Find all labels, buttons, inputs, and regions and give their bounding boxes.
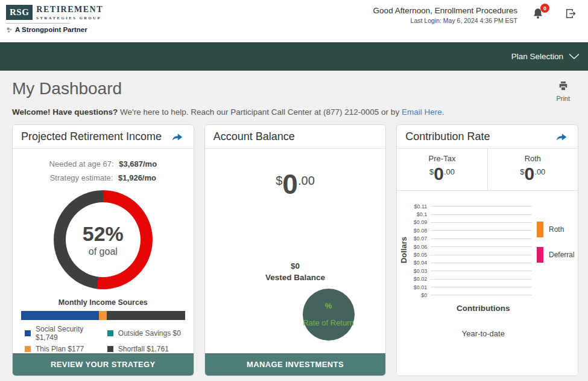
legend-label: Outside Savings $0 (118, 329, 181, 338)
main-navbar: Plan Selection (0, 42, 588, 71)
goal-donut-center: 52% of goal (66, 202, 141, 277)
y-tick-label: $0.05 (409, 252, 431, 258)
legend-swatch (107, 346, 113, 352)
needed-label: Needed at age 67: (49, 159, 114, 168)
y-tick-label: $0.09 (409, 219, 431, 225)
account-balance-value: $0.00 (205, 168, 386, 200)
print-icon (557, 80, 569, 92)
rate-of-return-label: Rate of Return (303, 318, 354, 327)
logo-divider (6, 23, 70, 24)
dashboard-cards: Projected Retirement Income Needed at ag… (12, 124, 578, 376)
chart-tick-row: $0 (409, 291, 532, 299)
projected-card-title: Projected Retirement Income (21, 130, 162, 143)
welcome-message: Welcome! Have questions? We're here to h… (12, 107, 578, 117)
pretax-whole: 0 (434, 164, 444, 184)
goal-percent: 52% (83, 222, 124, 246)
income-sources-title: Monthly Income Sources (13, 298, 194, 307)
last-login-text: Last Login: May 6, 2024 4:36 PM EST (373, 17, 517, 24)
legend-label: Roth (549, 225, 564, 234)
review-your-strategy-button[interactable]: REVIEW YOUR STRATEGY (13, 353, 194, 376)
y-tick-label: $0.01 (409, 284, 431, 290)
goal-donut: 52% of goal (54, 190, 153, 289)
chart-captions: Contributions Year-to-date (432, 299, 534, 338)
strongpoint-partner: A Strongpoint Partner (6, 26, 103, 33)
top-bar-right: Good Afternoon, Enrollment Procedures La… (373, 5, 581, 24)
gridline (431, 230, 532, 231)
logout-button[interactable] (564, 7, 577, 22)
legend-swatch (537, 247, 543, 263)
legend-label: Shortfall $1,761 (118, 345, 169, 353)
rate-of-return-percent: % (325, 301, 332, 310)
user-greeting-block: Good Afternoon, Enrollment Procedures La… (373, 6, 517, 24)
strongpoint-partner-label: A Strongpoint Partner (15, 26, 87, 33)
logout-icon (564, 7, 577, 20)
roth-rate-block: Roth $0.00 (487, 149, 578, 190)
gridline (431, 287, 532, 287)
goal-caption: of goal (89, 246, 118, 257)
legend-swatch (537, 222, 543, 237)
balance-currency: $ (276, 174, 282, 187)
income-sources-legend: Social Security $1,749Outside Savings $0… (25, 325, 188, 353)
legend-item: This Plan $177 (25, 345, 105, 353)
income-sources-bar (21, 311, 185, 320)
legend-item-deferral: Deferral (537, 247, 578, 263)
pretax-value: $0.00 (397, 164, 487, 184)
manage-investments-button[interactable]: MANAGE INVESTMENTS (205, 353, 386, 376)
print-button[interactable]: Print (556, 80, 570, 102)
go-to-contributions-arrow-icon[interactable] (554, 131, 569, 143)
pretax-currency: $ (429, 167, 434, 176)
email-here-link[interactable]: Email Here. (402, 107, 444, 117)
strongpoint-icon (6, 27, 13, 33)
legend-item: Social Security $1,749 (25, 325, 105, 342)
needed-value: $3,687/mo (119, 159, 157, 168)
bar-segment-social-security (21, 311, 99, 320)
y-tick-label: $0.04 (409, 260, 431, 266)
chevron-down-icon (569, 53, 580, 60)
balance-cents: .00 (298, 174, 315, 187)
gridline (431, 239, 532, 239)
plan-selection-dropdown[interactable]: Plan Selection (511, 52, 580, 61)
chart-tick-row: $0.09 (409, 219, 532, 226)
pretax-label: Pre-Tax (397, 154, 487, 163)
projected-retirement-income-card: Projected Retirement Income Needed at ag… (12, 124, 194, 376)
legend-label: Deferral (549, 251, 575, 259)
gridline (431, 263, 532, 263)
legend-swatch (107, 330, 113, 336)
estimate-label: Strategy estimate: (50, 173, 113, 182)
chart-subtitle: Year-to-date (432, 329, 534, 338)
plan-selection-label: Plan Selection (511, 52, 563, 61)
logo-lockup: RSG RETIREMENT STRATEGIES GROUP (6, 5, 103, 20)
contribution-card-title: Contribution Rate (405, 130, 490, 143)
account-card-title: Account Balance (213, 130, 295, 143)
chart-tick-row: $0.01 (409, 283, 532, 291)
y-tick-label: $0.07 (409, 235, 431, 242)
legend-item: Outside Savings $0 (107, 325, 188, 342)
print-label: Print (556, 95, 570, 102)
logo-wordmark: RETIREMENT STRATEGIES GROUP (36, 5, 103, 20)
goal-donut-wrap: 52% of goal (13, 190, 194, 289)
top-bar: RSG RETIREMENT STRATEGIES GROUP A Strong… (0, 0, 588, 42)
greeting-text: Good Afternoon, Enrollment Procedures (373, 6, 517, 15)
account-card-header: Account Balance (205, 125, 386, 149)
notifications-button[interactable]: 0 (532, 7, 544, 22)
go-to-strategy-arrow-icon[interactable] (169, 131, 185, 143)
y-tick-label: $0.08 (409, 228, 431, 234)
bar-segment-this-plan (99, 311, 107, 320)
y-tick-label: $0.11 (409, 203, 431, 210)
gridline (431, 222, 532, 223)
legend-label: Social Security $1,749 (36, 325, 105, 342)
vested-balance-label: Vested Balance (205, 272, 386, 284)
page-title: My Dashboard (12, 79, 122, 98)
rsg-logo-mark: RSG (6, 5, 33, 20)
logo-strategies-text: STRATEGIES GROUP (36, 16, 103, 20)
roth-whole: 0 (525, 164, 535, 184)
roth-cents: .00 (534, 167, 545, 176)
pretax-rate-block: Pre-Tax $0.00 (397, 149, 487, 190)
welcome-bold: Welcome! Have questions? (12, 107, 118, 117)
roth-value: $0.00 (488, 164, 578, 184)
dashboard-content: My Dashboard Print Welcome! Have questio… (0, 79, 588, 376)
app-screen: RSG RETIREMENT STRATEGIES GROUP A Strong… (0, 0, 588, 381)
gridline (431, 279, 532, 280)
chart-tick-row: $0.1 (409, 210, 532, 218)
chart-x-axis-label: Contributions (432, 304, 534, 313)
